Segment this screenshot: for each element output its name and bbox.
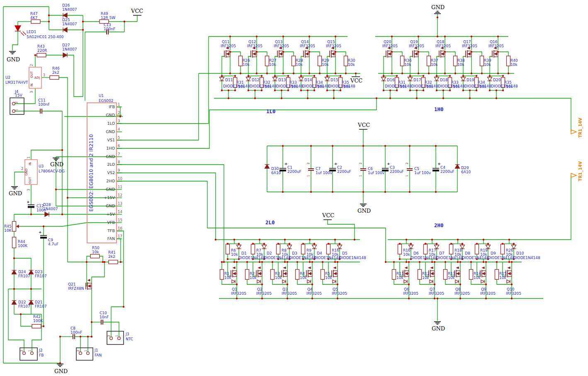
label-D11-ref: D11 bbox=[225, 78, 233, 82]
u1-pin-name-9: VS2 bbox=[107, 170, 115, 175]
label-J2-ref: J2 bbox=[39, 348, 42, 352]
label-C13-ref: C13 bbox=[104, 23, 111, 27]
resistor-symbol bbox=[507, 56, 510, 66]
label-Q11-value: IRF3205 bbox=[221, 44, 236, 48]
label-J3-value: NTC bbox=[126, 337, 133, 341]
resistor-symbol bbox=[480, 56, 484, 66]
u1-pin-num-10: 10 bbox=[118, 177, 122, 181]
resistor-symbol bbox=[226, 244, 230, 254]
resistor-symbol bbox=[271, 269, 275, 279]
label-Q2-ref: Q2 bbox=[257, 287, 262, 291]
label-R16-ref: R16 bbox=[403, 248, 411, 252]
label-Q21-ref: Q21 bbox=[68, 282, 76, 286]
connector-pin bbox=[118, 337, 121, 340]
label-Q12-value: IRF3205 bbox=[247, 44, 262, 48]
label-D25-ref: D25 bbox=[62, 18, 70, 22]
label-Q17-ref: Q17 bbox=[463, 40, 471, 44]
label-D19-ref: D19 bbox=[467, 78, 474, 82]
label-R40-ref: R40 bbox=[510, 58, 518, 63]
j3-pin-1: 1 bbox=[115, 335, 119, 337]
label-R3-ref: R3 bbox=[275, 272, 280, 276]
label-R49-ref: R49 bbox=[101, 12, 108, 16]
resistor-symbol bbox=[220, 269, 224, 279]
diode-symbol bbox=[246, 77, 251, 81]
label-Q8-value: IRF3205 bbox=[454, 291, 470, 296]
label-Q18-value: IRF3205 bbox=[435, 44, 451, 48]
resistor-symbol bbox=[32, 325, 41, 328]
label-R35-ref: R35 bbox=[504, 80, 512, 85]
label-R42-ref: R42 bbox=[33, 315, 41, 319]
label-R32-value: 10k bbox=[265, 85, 272, 89]
label-D30-ref: D30 bbox=[271, 167, 279, 171]
resistor-symbol bbox=[265, 56, 269, 66]
connector-pin bbox=[31, 352, 34, 355]
label-R6-value: 10k bbox=[231, 252, 238, 257]
label-R11-ref: R11 bbox=[396, 272, 404, 276]
label-R18-ref: R18 bbox=[454, 248, 462, 252]
u1-pin-name-1: IFB bbox=[109, 104, 115, 109]
diode-symbol bbox=[63, 13, 67, 18]
label-C5-value: 1uf 100v bbox=[414, 171, 431, 175]
net-label-vcc: VCC bbox=[131, 8, 143, 14]
label-R2-value: 10k bbox=[250, 276, 257, 280]
resistor-symbol bbox=[327, 244, 330, 254]
label-D11-value: DIODE1N4148 bbox=[223, 84, 250, 88]
u2-num-out: 2 bbox=[29, 64, 34, 66]
label-D30-value: 6A10 bbox=[271, 171, 281, 175]
label-R32-value: 10k bbox=[426, 85, 433, 89]
label-R35-value: 10k bbox=[343, 85, 350, 89]
label-D29-ref: D29 bbox=[461, 166, 469, 170]
label-D20-ref: D20 bbox=[493, 78, 501, 82]
label-R30-value: 10k bbox=[348, 63, 355, 67]
label-D13-value: DIODE1N4148 bbox=[276, 84, 303, 88]
j1-pin-1: 1 bbox=[84, 349, 87, 352]
label-R32-ref: R32 bbox=[263, 80, 270, 85]
label-R16-value: 10k bbox=[332, 252, 339, 257]
label-R27-ref: R27 bbox=[269, 58, 277, 63]
j2-pin-1: 1 bbox=[28, 349, 32, 352]
label-R35-ref: R35 bbox=[342, 80, 349, 85]
label-Q13-value: IRF3205 bbox=[274, 44, 289, 48]
label-D3-ref: D3 bbox=[292, 251, 297, 255]
label-R7-ref: R7 bbox=[256, 248, 261, 252]
label-R33-value: 10k bbox=[291, 85, 298, 89]
diode-symbol bbox=[435, 77, 439, 81]
label-Q10-value: IRF3205 bbox=[506, 291, 521, 296]
u1-pin-name-7: GND bbox=[106, 154, 115, 159]
diode-symbol bbox=[325, 77, 330, 81]
label-R16-value: 10k bbox=[403, 252, 410, 257]
label-Q19-value: IRF3205 bbox=[409, 44, 424, 48]
label-D16-value: DIODE1N4148 bbox=[385, 84, 412, 88]
label-J4-value: 15V bbox=[15, 93, 22, 97]
resistor-symbol bbox=[427, 56, 431, 66]
cap-pin-1: 1 bbox=[359, 175, 362, 177]
label-D25-value: 1N4007 bbox=[62, 22, 77, 26]
label-C9-ref: C9 bbox=[48, 238, 53, 242]
u1-pin-num-8: 8 bbox=[118, 160, 120, 164]
label-R4-ref: R4 bbox=[300, 272, 305, 276]
net-label-gnd: GND bbox=[9, 190, 22, 196]
label-J1-ref: J1 bbox=[94, 348, 98, 352]
u1-pin-num-12: 12 bbox=[118, 193, 122, 197]
label-U1-ref: U1 bbox=[99, 94, 104, 98]
label-R5-value: 10k bbox=[325, 276, 332, 280]
label-R4-value: 10k bbox=[300, 276, 307, 280]
label-R7-value: 10k bbox=[256, 252, 263, 257]
label-D1-ref: D1 bbox=[241, 251, 247, 255]
resistor-symbol bbox=[444, 269, 447, 279]
label-D27-ref: D27 bbox=[62, 43, 70, 47]
u1-pin-name-16: TFB bbox=[107, 228, 115, 233]
label-C11-value: 100nF bbox=[38, 102, 50, 107]
label-R26-value: 10k bbox=[243, 63, 250, 67]
u1-pin-num-9: 9 bbox=[118, 168, 120, 172]
label-R29-value: 10k bbox=[322, 63, 329, 67]
label-J2-value: FB bbox=[39, 353, 44, 357]
resistor-symbol bbox=[90, 255, 100, 258]
label-Q4-ref: Q4 bbox=[307, 287, 313, 291]
label-Q15-ref: Q15 bbox=[327, 40, 335, 44]
label-Q5-ref: Q5 bbox=[333, 287, 338, 291]
label-R37-value: 10k bbox=[431, 63, 438, 67]
label-D15-ref: D15 bbox=[330, 78, 338, 82]
label-D22-ref: D22 bbox=[18, 300, 26, 304]
label-R45-value: 10K bbox=[4, 228, 12, 233]
